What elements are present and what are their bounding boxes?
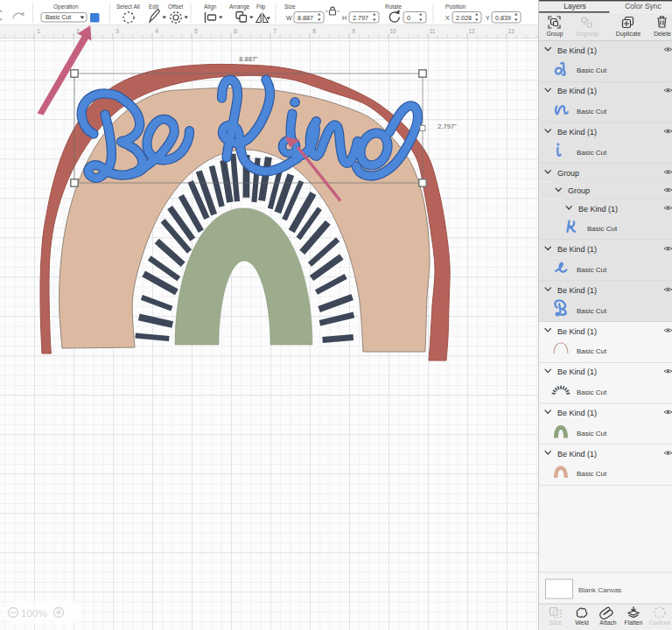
svg-text:Delete: Delete	[654, 31, 671, 37]
svg-text:Be Kind (1): Be Kind (1)	[578, 205, 618, 214]
svg-text:Be Kind (1): Be Kind (1)	[557, 46, 597, 55]
svg-text:Group: Group	[547, 31, 564, 38]
svg-text:Ungroup: Ungroup	[576, 31, 598, 38]
svg-text:Blank Canvas: Blank Canvas	[578, 586, 621, 594]
svg-text:Be Kind (1): Be Kind (1)	[557, 409, 597, 417]
svg-text:Be Kind (1): Be Kind (1)	[557, 128, 597, 136]
svg-text:Layers: Layers	[564, 2, 586, 10]
svg-text:Basic Cut: Basic Cut	[577, 66, 607, 74]
svg-text:Color Sync: Color Sync	[625, 2, 662, 10]
svg-text:Be Kind (1): Be Kind (1)	[557, 286, 597, 295]
svg-text:Basic Cut: Basic Cut	[577, 108, 607, 116]
svg-text:Attach: Attach	[599, 620, 616, 626]
svg-text:Basic Cut: Basic Cut	[587, 225, 618, 233]
svg-text:Be Kind (1): Be Kind (1)	[557, 368, 597, 376]
svg-text:Basic Cut: Basic Cut	[577, 388, 607, 396]
svg-text:Basic Cut: Basic Cut	[577, 307, 607, 315]
svg-text:Flatten: Flatten	[625, 620, 643, 626]
svg-text:Contour: Contour	[649, 620, 671, 626]
svg-text:Group: Group	[568, 186, 590, 195]
svg-text:Basic Cut: Basic Cut	[577, 266, 607, 274]
svg-text:Basic Cut: Basic Cut	[577, 430, 607, 438]
svg-text:Basic Cut: Basic Cut	[577, 470, 607, 478]
svg-text:Be Kind (1): Be Kind (1)	[557, 87, 597, 95]
svg-text:Basic Cut: Basic Cut	[577, 149, 607, 157]
svg-text:Weld: Weld	[575, 620, 589, 626]
svg-text:Be Kind (1): Be Kind (1)	[557, 450, 597, 458]
svg-text:Duplicate: Duplicate	[616, 31, 641, 38]
svg-text:Basic Cut: Basic Cut	[577, 347, 607, 355]
svg-text:Group: Group	[557, 169, 579, 178]
svg-text:Be Kind (1): Be Kind (1)	[557, 245, 597, 254]
svg-text:Slice: Slice	[550, 620, 563, 626]
svg-text:Be Kind (1): Be Kind (1)	[557, 327, 597, 336]
